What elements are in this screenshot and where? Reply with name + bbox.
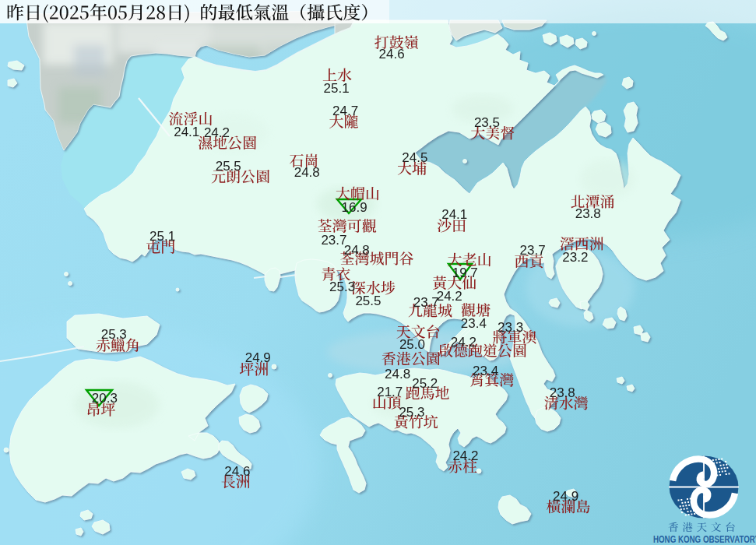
svg-text:23.4: 23.4 [473,364,498,378]
svg-text:25.3: 25.3 [399,405,424,420]
svg-text:24.2: 24.2 [451,335,476,350]
svg-text:24.6: 24.6 [224,464,250,479]
svg-text:23.7: 23.7 [321,233,346,248]
svg-text:24.8: 24.8 [344,243,370,258]
svg-text:21.7: 21.7 [377,385,403,399]
svg-text:24.9: 24.9 [553,489,578,504]
svg-text:24.8: 24.8 [294,165,320,180]
svg-text:24.2: 24.2 [437,289,462,304]
svg-text:24.2: 24.2 [452,448,478,463]
svg-text:24.9: 24.9 [245,350,271,365]
svg-text:25.5: 25.5 [355,294,381,308]
svg-text:25.2: 25.2 [412,376,438,391]
svg-text:24.1: 24.1 [441,207,467,222]
svg-text:25.3: 25.3 [329,280,355,294]
svg-text:20.3: 20.3 [92,391,118,406]
svg-text:25.5: 25.5 [216,159,241,174]
svg-text:23.7: 23.7 [413,295,439,310]
svg-text:16.9: 16.9 [342,200,367,215]
svg-text:25.3: 25.3 [101,327,127,342]
svg-text:24.1: 24.1 [174,125,199,139]
svg-text:19.7: 19.7 [452,265,478,280]
svg-text:23.8: 23.8 [550,385,575,400]
svg-text:24.7: 24.7 [332,104,358,118]
svg-text:23.2: 23.2 [562,250,588,265]
svg-text:24.5: 24.5 [402,150,427,165]
svg-text:25.0: 25.0 [399,337,425,352]
svg-text:24.2: 24.2 [204,125,230,140]
svg-text:25.1: 25.1 [324,81,350,96]
svg-text:24.6: 24.6 [379,47,405,62]
svg-text:24.8: 24.8 [385,367,410,382]
svg-text:23.3: 23.3 [498,320,523,335]
svg-text:23.5: 23.5 [474,115,500,130]
svg-text:23.7: 23.7 [520,243,546,258]
svg-text:23.4: 23.4 [461,316,487,331]
svg-text:25.1: 25.1 [149,229,175,244]
svg-text:23.8: 23.8 [575,206,601,221]
svg-text:HONG KONG OBSERVATORY: HONG KONG OBSERVATORY [653,534,756,544]
